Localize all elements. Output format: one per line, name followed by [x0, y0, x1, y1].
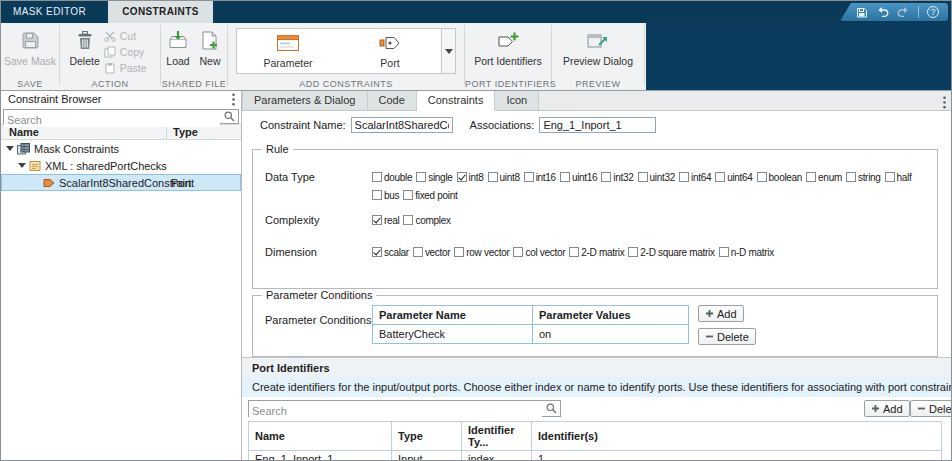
checkbox-enum[interactable]: enum	[806, 172, 842, 183]
checkbox-bus[interactable]: bus	[372, 190, 399, 201]
tree-item-mask-constraints[interactable]: Mask Constraints	[1, 140, 241, 157]
add-parameter-condition-button[interactable]: Add	[698, 305, 744, 322]
checkbox-box[interactable]	[679, 172, 689, 182]
delete-parameter-condition-button[interactable]: Delete	[698, 328, 756, 345]
checkbox-uint8[interactable]: uint8	[488, 172, 520, 183]
checkbox-box[interactable]	[413, 247, 423, 257]
table-row[interactable]: BatteryCheckon	[373, 325, 689, 344]
checkbox-box[interactable]	[524, 172, 534, 182]
checkbox-col-vector[interactable]: col vector	[513, 247, 565, 258]
checkbox-int16[interactable]: int16	[524, 172, 556, 183]
checkbox-label: uint32	[650, 172, 675, 183]
tab-constraints[interactable]: CONSTRAINTS	[108, 1, 213, 23]
checkbox-box[interactable]	[628, 247, 638, 257]
checkbox-box[interactable]	[757, 172, 767, 182]
checkbox-box[interactable]	[719, 247, 729, 257]
checkbox-box[interactable]	[638, 172, 648, 182]
checkbox-real[interactable]: real	[372, 215, 399, 226]
toolbar-divider	[918, 6, 919, 18]
undo-icon[interactable]	[876, 6, 889, 18]
tab-icon[interactable]: Icon	[495, 91, 539, 110]
cut-button[interactable]: Cut	[100, 28, 151, 44]
checkbox-uint16[interactable]: uint16	[560, 172, 597, 183]
paste-button[interactable]: Paste	[100, 60, 151, 76]
browser-search-input[interactable]	[4, 114, 220, 127]
expand-arrow-icon[interactable]	[18, 163, 26, 168]
group-label-action: ACTION	[60, 79, 160, 89]
checkbox-box[interactable]	[372, 247, 382, 257]
checkbox-n-d-matrix[interactable]: n-D matrix	[719, 247, 774, 258]
table-row[interactable]: Eng_1_Inport_1Inputindex1	[249, 451, 942, 461]
rule-title: Rule	[262, 143, 293, 155]
gallery-dropdown-button[interactable]	[441, 29, 455, 73]
port-identifiers-search-input[interactable]	[249, 404, 542, 419]
tree-item-xml-sharedportchecks[interactable]: XML : sharedPortChecks	[1, 157, 241, 174]
editor-tab-bar: Parameters & Dialog Code Constraints Ico…	[242, 91, 951, 111]
checkbox-vector[interactable]: vector	[413, 247, 450, 258]
checkbox-label: uint64	[727, 172, 752, 183]
checkbox-row-vector[interactable]: row vector	[454, 247, 509, 258]
checkbox-2-d-matrix[interactable]: 2-D matrix	[569, 247, 624, 258]
tab-constraints-editor[interactable]: Constraints	[417, 91, 496, 111]
checkbox-scalar[interactable]: scalar	[372, 247, 409, 258]
copy-button[interactable]: Copy	[100, 44, 151, 60]
associations-input[interactable]	[539, 117, 656, 133]
add-port-constraint-button[interactable]: Port	[339, 29, 441, 73]
checkbox-box[interactable]	[488, 172, 498, 182]
expand-arrow-icon[interactable]	[6, 146, 14, 151]
help-icon[interactable]: ?	[927, 6, 939, 18]
checkbox-box[interactable]	[454, 247, 464, 257]
checkbox-complex[interactable]: complex	[403, 215, 450, 226]
checkbox-box[interactable]	[715, 172, 725, 182]
table-header-row: Parameter NameParameter Values	[373, 306, 689, 325]
checkbox-half[interactable]: half	[885, 172, 912, 183]
dimension-options: scalarvectorrow vectorcol vector2-D matr…	[372, 243, 933, 261]
table-cell: 1	[532, 451, 942, 461]
checkbox-uint64[interactable]: uint64	[715, 172, 752, 183]
checkbox-int32[interactable]: int32	[601, 172, 633, 183]
editor-menu-button[interactable]	[943, 95, 946, 113]
tab-mask-editor[interactable]: MASK EDITOR	[1, 1, 98, 23]
add-parameter-constraint-button[interactable]: Parameter	[237, 29, 339, 73]
checkbox-box[interactable]	[885, 172, 895, 182]
tree-item-scalarint8sharedconstraint[interactable]: ScalarInt8SharedConstraint Port	[1, 174, 241, 191]
checkbox-double[interactable]: double	[372, 172, 412, 183]
checkbox-box[interactable]	[416, 172, 426, 182]
checkbox-box[interactable]	[560, 172, 570, 182]
checkbox-box[interactable]	[846, 172, 856, 182]
add-port-identifier-button[interactable]: Add	[864, 400, 910, 417]
checkbox-string[interactable]: string	[846, 172, 881, 183]
checkbox-fixed-point[interactable]: fixed point	[403, 190, 457, 201]
group-label-save: SAVE	[1, 79, 59, 89]
checkbox-int8[interactable]: int8	[457, 172, 484, 183]
tree-item-label: Mask Constraints	[34, 143, 119, 155]
constraint-browser-title: Constraint Browser	[1, 91, 241, 108]
checkbox-int64[interactable]: int64	[679, 172, 711, 183]
constraint-name-input[interactable]	[351, 117, 453, 133]
checkbox-box[interactable]	[372, 215, 382, 225]
checkbox-box[interactable]	[403, 190, 413, 200]
checkbox-label: int32	[613, 172, 633, 183]
delete-label: Delete	[69, 55, 99, 67]
checkbox-box[interactable]	[569, 247, 579, 257]
redo-icon[interactable]	[897, 6, 910, 18]
checkbox-box[interactable]	[457, 172, 467, 182]
checkbox-uint32[interactable]: uint32	[638, 172, 675, 183]
constraint-editor-panel: Parameters & Dialog Code Constraints Ico…	[242, 91, 951, 460]
checkbox-box[interactable]	[601, 172, 611, 182]
checkbox-box[interactable]	[403, 215, 413, 225]
paste-label: Paste	[120, 62, 147, 74]
tab-parameters-and-dialog[interactable]: Parameters & Dialog	[242, 91, 368, 110]
checkbox-box[interactable]	[513, 247, 523, 257]
checkbox-single[interactable]: single	[416, 172, 452, 183]
delete-port-identifier-button[interactable]: Delete	[910, 400, 951, 417]
checkbox-box[interactable]	[372, 172, 382, 182]
constraint-name-label: Constraint Name:	[260, 119, 346, 131]
checkbox-2-d-square-matrix[interactable]: 2-D square matrix	[628, 247, 714, 258]
checkbox-box[interactable]	[806, 172, 816, 182]
save-icon[interactable]	[856, 6, 868, 18]
checkbox-boolean[interactable]: boolean	[757, 172, 803, 183]
tab-code[interactable]: Code	[368, 91, 417, 110]
checkbox-box[interactable]	[372, 190, 382, 200]
data-type-label: Data Type	[265, 171, 315, 183]
